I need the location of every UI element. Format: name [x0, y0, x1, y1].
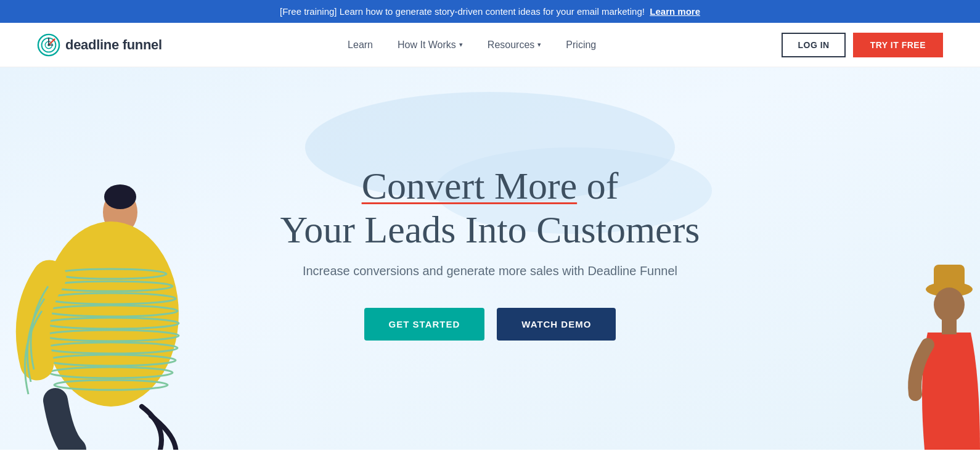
illustration-left: [0, 141, 197, 450]
hero-buttons: GET STARTED WATCH DEMO: [280, 308, 700, 341]
banner-text: [Free training] Learn how to generate st…: [280, 6, 645, 17]
login-button[interactable]: LOG IN: [782, 33, 845, 57]
watch-demo-button[interactable]: WATCH DEMO: [497, 308, 616, 341]
banner-link[interactable]: Learn more: [650, 6, 700, 17]
chevron-down-icon: ▾: [537, 41, 541, 49]
hero-section: Convert More of Your Leads Into Customer…: [0, 67, 980, 450]
hero-title-line2: Your Leads Into Customers: [280, 209, 700, 250]
top-banner: [Free training] Learn how to generate st…: [0, 0, 980, 23]
hero-subtitle: Increase conversions and generate more s…: [280, 264, 700, 278]
logo-icon: [37, 33, 60, 57]
illustration-right: [881, 252, 980, 450]
try-free-button[interactable]: TRY IT FREE: [853, 33, 943, 57]
hero-title: Convert More of Your Leads Into Customer…: [280, 164, 700, 252]
svg-point-24: [934, 287, 965, 322]
navbar-actions: LOG IN TRY IT FREE: [782, 33, 943, 57]
nav-links: Learn How It Works ▾ Resources ▾ Pricing: [348, 39, 596, 51]
get-started-button[interactable]: GET STARTED: [364, 308, 485, 341]
svg-point-9: [104, 184, 136, 209]
hero-content: Convert More of Your Leads Into Customer…: [280, 164, 700, 341]
nav-learn[interactable]: Learn: [348, 39, 373, 51]
navbar: deadline funnel Learn How It Works ▾ Res…: [0, 23, 980, 67]
logo-area: deadline funnel: [37, 33, 162, 57]
nav-how-it-works[interactable]: How It Works ▾: [398, 39, 463, 51]
nav-pricing[interactable]: Pricing: [566, 39, 596, 51]
chevron-down-icon: ▾: [459, 41, 463, 49]
svg-rect-25: [942, 319, 957, 334]
logo-text[interactable]: deadline funnel: [65, 37, 162, 53]
nav-resources[interactable]: Resources ▾: [488, 39, 541, 51]
hero-title-highlight: Convert More: [362, 165, 578, 207]
hero-title-part1: of: [577, 165, 618, 207]
